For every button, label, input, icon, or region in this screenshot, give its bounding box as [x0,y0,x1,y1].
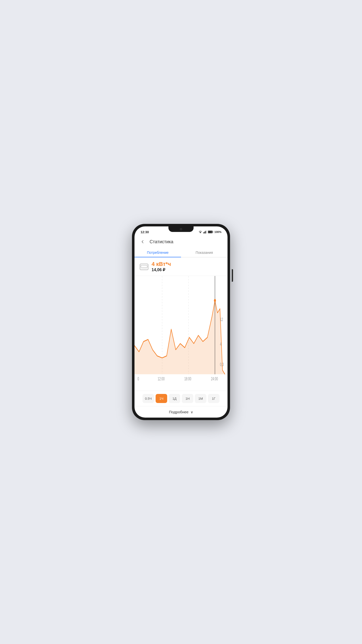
consumption-rub: 14,06 ₽ [152,267,171,272]
status-time: 12:30 [141,230,149,234]
svg-text:12:00: 12:00 [158,377,165,381]
status-icons: 100% [198,230,221,233]
tab-readings[interactable]: Показания [181,248,228,257]
svg-text:4: 4 [220,342,221,346]
consumption-info: 4 кВт*ч 14,06 ₽ [134,257,228,276]
filter-1n[interactable]: 1Н [182,394,193,403]
filter-1m[interactable]: 1М [195,394,206,403]
svg-text:0: 0 [138,377,139,381]
battery-icon [208,230,213,233]
chevron-down-icon: ∨ [191,410,193,414]
chart-area: 12:00 18:00 24:00 0 12 4 0,3 [134,276,228,391]
signal-icon [203,230,207,233]
filter-1d[interactable]: 1Д [169,394,180,403]
consumption-kwh: 4 кВт*ч [152,261,171,267]
wifi-icon [198,230,202,233]
header: Статистика [134,235,228,248]
svg-text:0,3: 0,3 [220,362,224,367]
svg-text:18:00: 18:00 [184,377,191,381]
svg-rect-2 [204,231,205,233]
svg-text:24:00: 24:00 [211,377,218,381]
time-filter: 0.5Ч 1Ч 1Д 1Н 1М 1Г [134,391,228,406]
svg-rect-6 [213,231,213,233]
svg-rect-8 [140,264,148,270]
svg-rect-1 [203,232,204,233]
chart-svg: 12:00 18:00 24:00 0 12 4 0,3 [134,276,228,391]
filter-1g[interactable]: 1Г [208,394,219,403]
back-button[interactable] [139,238,147,246]
power-button [232,269,233,282]
tabs-container: Потребление Показания [134,248,228,257]
svg-rect-7 [208,231,212,233]
svg-rect-4 [206,230,207,233]
tab-consumption[interactable]: Потребление [134,248,181,257]
camera [180,228,182,230]
notch [168,226,194,232]
page-title: Статистика [150,239,173,245]
battery-percent: 100% [214,230,221,233]
filter-05ch[interactable]: 0.5Ч [143,394,154,403]
more-details-button[interactable]: Подробнее ∨ [134,406,228,418]
filter-1ch[interactable]: 1Ч [156,394,167,403]
phone-frame: 12:30 [132,224,230,420]
svg-marker-0 [199,232,201,233]
more-details-label: Подробнее [169,410,189,414]
phone-screen: 12:30 [134,226,228,418]
svg-text:12: 12 [220,317,223,322]
consumption-values: 4 кВт*ч 14,06 ₽ [152,261,171,272]
svg-rect-3 [205,231,206,233]
svg-point-19 [214,299,216,302]
svg-rect-9 [141,265,147,267]
meter-icon [140,262,149,271]
